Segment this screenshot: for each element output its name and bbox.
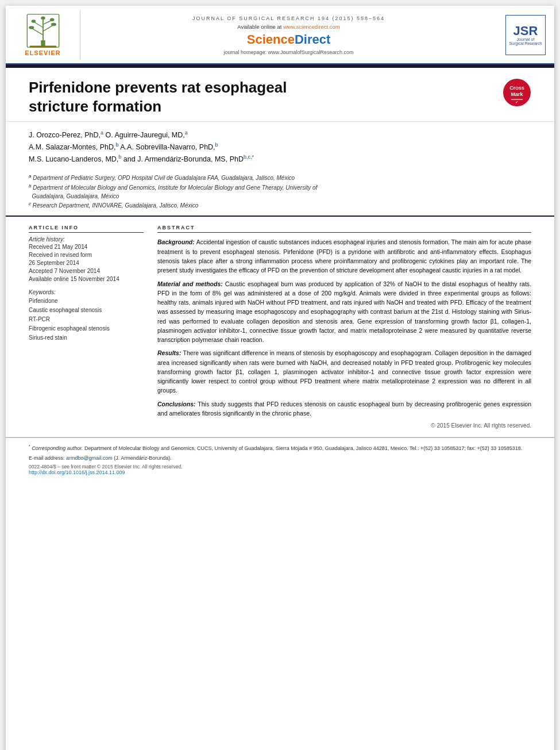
keyword-5: Sirius-red stain xyxy=(29,333,144,343)
header-right: JSR Journal ofSurgical Research xyxy=(497,10,554,60)
conclusions-text: This study suggests that PFD reduces ste… xyxy=(157,401,531,417)
copyright-line: © 2015 Elsevier Inc. All rights reserved… xyxy=(157,422,531,429)
email-link[interactable]: armdbo@gmail.com xyxy=(66,455,113,461)
keywords-label: Keywords: xyxy=(29,289,144,295)
authors-line2: A.M. Salazar-Montes, PhD,b A.A. Sobrevil… xyxy=(29,141,531,153)
article-history-label: Article history: xyxy=(29,236,144,243)
svg-line-5 xyxy=(43,21,51,24)
keyword-4: Fibrogenic esophageal stenosis xyxy=(29,324,144,333)
jsr-badge: JSR Journal ofSurgical Research xyxy=(505,15,546,55)
svg-point-10 xyxy=(41,17,45,20)
journal-header: ELSEVIER Journal of Surgical Research 19… xyxy=(6,6,554,64)
jsr-logo-text: JSR xyxy=(513,25,538,37)
svg-point-8 xyxy=(31,20,35,23)
jsr-sub-text: Journal ofSurgical Research xyxy=(509,37,542,45)
page: ELSEVIER Journal of Surgical Research 19… xyxy=(6,6,554,750)
svg-line-3 xyxy=(43,25,53,31)
received-text: Received 21 May 2014 xyxy=(29,243,144,251)
article-title: Pirfenidone prevents rat esophageal stri… xyxy=(29,78,491,116)
crossmark-badge[interactable]: Cross Mark ✓ xyxy=(503,78,531,109)
affil-c: c Research Department, INNOVARE, Guadala… xyxy=(29,201,531,210)
abstract-header: Abstract xyxy=(157,225,531,233)
affil-a: a Department of Pediatric Surgery, OPD H… xyxy=(29,173,531,182)
abstract-background: Background: Accidental ingestion of caus… xyxy=(157,237,531,275)
abstract-results: Results: There was significant differenc… xyxy=(157,348,531,395)
results-text: There was significant difference in mean… xyxy=(157,349,531,394)
available-online-text: Available online at www.sciencedirect.co… xyxy=(237,24,339,30)
rights-text: 0022-4804/$ – see front matter © 2015 El… xyxy=(29,464,531,470)
authors-section: J. Orozco-Perez, PhD,a O. Aguirre-Jaureg… xyxy=(6,122,554,170)
two-column-section: Article Info Article history: Received 2… xyxy=(6,217,554,437)
background-label: Background: xyxy=(157,239,196,245)
methods-label: Material and methods: xyxy=(157,280,225,287)
available-online-text: Available online 15 November 2014 xyxy=(29,275,144,283)
elsevier-text: ELSEVIER xyxy=(25,49,60,56)
crossmark-icon: Cross Mark ✓ xyxy=(503,78,531,107)
svg-line-2 xyxy=(32,29,43,35)
keyword-3: RT-PCR xyxy=(29,315,144,324)
conclusions-label: Conclusions: xyxy=(157,401,198,407)
email-author: (J. Armendáriz-Borunda). xyxy=(114,455,172,461)
article-info-header: Article Info xyxy=(29,225,144,233)
accepted-text: Accepted 7 November 2014 xyxy=(29,267,144,275)
elsevier-tree-icon xyxy=(20,14,66,48)
svg-point-9 xyxy=(50,18,54,21)
abstract-column: Abstract Background: Accidental ingestio… xyxy=(157,225,531,429)
sd-brand-science: Science xyxy=(247,32,295,47)
svg-point-7 xyxy=(51,23,56,26)
header-center: Journal of Surgical Research 194 (2015) … xyxy=(80,10,497,60)
svg-line-4 xyxy=(34,22,43,28)
abstract-methods: Material and methods: Caustic esophageal… xyxy=(157,279,531,345)
authors-line3: M.S. Lucano-Landeros, MD,b and J. Armend… xyxy=(29,153,531,165)
article-title-section: Pirfenidone prevents rat esophageal stri… xyxy=(6,68,554,122)
sciencedirect-url[interactable]: www.sciencedirect.com xyxy=(283,24,340,30)
svg-text:Cross: Cross xyxy=(509,85,524,91)
svg-text:✓: ✓ xyxy=(515,100,519,104)
title-line1: Pirfenidone prevents rat esophageal xyxy=(29,79,287,96)
available-label: Available online at xyxy=(237,24,281,30)
authors-line1: J. Orozco-Perez, PhD,a O. Aguirre-Jaureg… xyxy=(29,129,531,141)
footnote-section: * Corresponding author. Department of Mo… xyxy=(6,437,554,481)
elsevier-logo-section: ELSEVIER xyxy=(6,10,80,60)
background-text: Accidental ingestion of caustic substanc… xyxy=(157,239,531,274)
results-label: Results: xyxy=(157,349,183,356)
affil-b: b Department of Molecular Biology and Ge… xyxy=(29,183,531,201)
revised-date: 26 September 2014 xyxy=(29,259,144,267)
journal-homepage: journal homepage: www.JournalofSurgicalR… xyxy=(223,49,353,55)
corresponding-author-note: * Corresponding author. Department of Mo… xyxy=(29,444,531,453)
keyword-2: Caustic esophageal stenosis xyxy=(29,306,144,315)
revised-label: Received in revised form xyxy=(29,251,144,259)
sd-brand-direct: Direct xyxy=(295,32,330,47)
email-line: E-mail address: armdbo@gmail.com (J. Arm… xyxy=(29,455,531,463)
sciencedirect-brand: ScienceDirect xyxy=(247,32,331,47)
abstract-conclusions: Conclusions: This study suggests that PF… xyxy=(157,399,531,418)
title-line2: stricture formation xyxy=(29,98,161,115)
methods-text: Caustic esophageal burn was produced by … xyxy=(157,280,531,344)
svg-point-6 xyxy=(29,26,34,29)
svg-text:Mark: Mark xyxy=(511,91,523,97)
journal-top-title: Journal of Surgical Research 194 (2015) … xyxy=(192,16,385,21)
affiliations-section: a Department of Pediatric Surgery, OPD H… xyxy=(6,170,554,217)
article-info-column: Article Info Article history: Received 2… xyxy=(29,225,144,429)
keyword-1: Pirfenidone xyxy=(29,297,144,306)
doi-link[interactable]: http://dx.doi.org/10.1016/j.jss.2014.11.… xyxy=(29,470,531,475)
